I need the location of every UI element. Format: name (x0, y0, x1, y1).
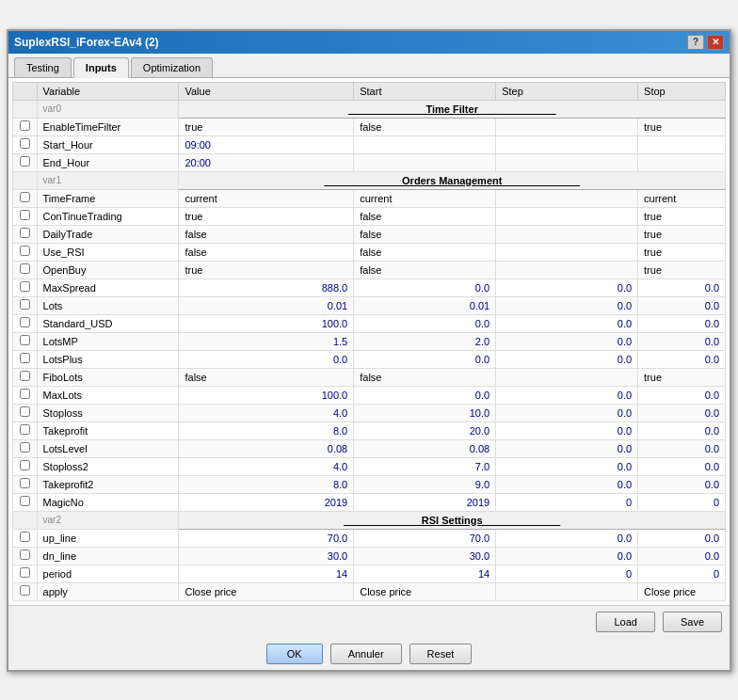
param-checkbox[interactable] (20, 389, 30, 399)
param-value: 2019 (179, 493, 354, 511)
title-bar-buttons: ? ✕ (687, 35, 724, 50)
param-checkbox[interactable] (20, 460, 30, 470)
row-checkbox-cell[interactable] (13, 582, 38, 600)
param-checkbox[interactable] (20, 192, 30, 202)
row-checkbox-cell[interactable] (13, 493, 38, 511)
param-stop: 0.0 (638, 314, 726, 332)
window-title: SuplexRSI_iForex-EAv4 (2) (14, 36, 159, 49)
row-checkbox-cell[interactable] (13, 296, 38, 314)
row-checkbox-cell[interactable] (13, 118, 38, 135)
param-checkbox[interactable] (20, 567, 30, 578)
row-checkbox-cell[interactable] (13, 278, 38, 296)
param-start: false (354, 118, 496, 135)
row-checkbox-cell[interactable] (13, 135, 38, 153)
param-checkbox[interactable] (20, 424, 30, 435)
annuler-button[interactable]: Annuler (330, 644, 402, 664)
param-checkbox[interactable] (20, 335, 30, 345)
param-checkbox[interactable] (20, 496, 30, 506)
param-step: 0.0 (496, 386, 638, 404)
footer-buttons: Load Save (8, 605, 730, 638)
content-area: Variable Value Start Step Stop var0_____… (8, 78, 730, 605)
row-checkbox-cell[interactable] (13, 189, 38, 207)
row-checkbox-cell[interactable] (13, 547, 38, 565)
param-start: false (354, 207, 496, 225)
param-checkbox[interactable] (20, 371, 30, 381)
param-start: 0.0 (354, 386, 496, 404)
param-checkbox[interactable] (20, 532, 30, 542)
param-stop: current (638, 189, 726, 207)
row-checkbox-cell[interactable] (13, 457, 38, 475)
section-cb-cell (13, 171, 38, 189)
section-var-cell: var0 (37, 100, 179, 118)
param-stop: 0.0 (638, 547, 726, 565)
row-checkbox-cell[interactable] (13, 350, 38, 368)
col-header-cb (13, 82, 38, 100)
save-button[interactable]: Save (663, 612, 722, 632)
row-checkbox-cell[interactable] (13, 386, 38, 404)
tab-inputs[interactable]: Inputs (73, 57, 129, 78)
reset-button[interactable]: Reset (409, 644, 473, 664)
param-checkbox[interactable] (20, 406, 30, 417)
param-step (496, 118, 638, 135)
param-start: 0.0 (354, 350, 496, 368)
param-checkbox[interactable] (20, 138, 30, 149)
ok-button[interactable]: OK (266, 644, 323, 664)
param-step: 0.0 (496, 422, 638, 439)
param-stop: true (638, 118, 726, 135)
param-checkbox[interactable] (20, 120, 30, 131)
col-header-stop: Stop (638, 82, 726, 100)
param-value: 0.0 (179, 350, 354, 368)
param-checkbox[interactable] (20, 246, 30, 256)
param-stop: true (638, 261, 726, 278)
table-wrapper[interactable]: Variable Value Start Step Stop var0_____… (12, 82, 726, 601)
param-checkbox[interactable] (20, 442, 30, 453)
param-stop: Close price (638, 582, 726, 600)
row-checkbox-cell[interactable] (13, 565, 38, 582)
param-checkbox[interactable] (20, 353, 30, 363)
tab-testing[interactable]: Testing (14, 57, 72, 77)
param-value: 0.01 (179, 296, 354, 314)
param-checkbox[interactable] (20, 281, 30, 292)
section-cb-cell (13, 511, 38, 529)
param-checkbox[interactable] (20, 210, 30, 220)
param-stop: true (638, 368, 726, 386)
param-variable: OpenBuy (37, 261, 179, 278)
param-step (496, 582, 638, 600)
param-step: 0 (496, 565, 638, 582)
row-checkbox-cell[interactable] (13, 225, 38, 243)
row-checkbox-cell[interactable] (13, 207, 38, 225)
param-stop: 0.0 (638, 350, 726, 368)
row-checkbox-cell[interactable] (13, 439, 38, 457)
footer-bottom: OK Annuler Reset (8, 638, 730, 670)
param-value: 8.0 (179, 475, 354, 493)
row-checkbox-cell[interactable] (13, 368, 38, 386)
section-var-cell: var2 (37, 511, 179, 529)
param-step: 0.0 (496, 529, 638, 547)
param-step: 0.0 (496, 457, 638, 475)
param-start: 2019 (354, 493, 496, 511)
param-step: 0.0 (496, 439, 638, 457)
row-checkbox-cell[interactable] (13, 153, 38, 171)
row-checkbox-cell[interactable] (13, 261, 38, 278)
row-checkbox-cell[interactable] (13, 332, 38, 350)
param-checkbox[interactable] (20, 228, 30, 238)
row-checkbox-cell[interactable] (13, 475, 38, 493)
close-button[interactable]: ✕ (707, 35, 724, 50)
help-button[interactable]: ? (687, 35, 704, 50)
tab-optimization[interactable]: Optimization (131, 57, 213, 77)
load-button[interactable]: Load (596, 612, 654, 632)
param-value: 4.0 (179, 404, 354, 422)
row-checkbox-cell[interactable] (13, 404, 38, 422)
param-checkbox[interactable] (20, 585, 30, 596)
param-checkbox[interactable] (20, 549, 30, 560)
row-checkbox-cell[interactable] (13, 529, 38, 547)
param-checkbox[interactable] (20, 317, 30, 327)
param-checkbox[interactable] (20, 478, 30, 488)
row-checkbox-cell[interactable] (13, 422, 38, 439)
row-checkbox-cell[interactable] (13, 314, 38, 332)
param-checkbox[interactable] (20, 263, 30, 274)
param-checkbox[interactable] (20, 156, 30, 167)
row-checkbox-cell[interactable] (13, 243, 38, 261)
param-checkbox[interactable] (20, 299, 30, 310)
param-stop: 0.0 (638, 439, 726, 457)
